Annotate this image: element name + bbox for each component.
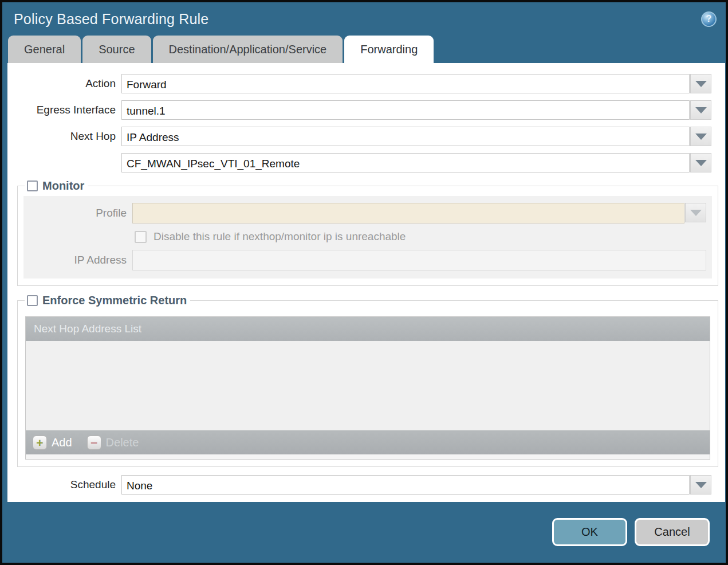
dialog-policy-based-forwarding-rule: Policy Based Forwarding Rule ? General S…	[0, 0, 728, 565]
tab-destination-application-service[interactable]: Destination/Application/Service	[153, 36, 343, 63]
tab-bar: General Source Destination/Application/S…	[2, 36, 726, 63]
egress-interface-label: Egress Interface	[7, 104, 121, 116]
schedule-dropdown-trigger[interactable]	[690, 475, 711, 495]
next-hop-value[interactable]: IP Address	[121, 127, 690, 146]
tab-source[interactable]: Source	[82, 36, 151, 63]
next-hop-address-list-body[interactable]	[26, 341, 710, 430]
monitor-legend: Monitor	[25, 179, 88, 193]
profile-label: Profile	[23, 207, 132, 219]
next-hop-label: Next Hop	[7, 130, 121, 143]
monitor-checkbox[interactable]	[27, 181, 38, 191]
ok-button[interactable]: OK	[552, 518, 627, 546]
disable-rule-row: Disable this rule if nexthop/monitor ip …	[23, 230, 712, 243]
action-combobox[interactable]: Forward	[121, 74, 711, 93]
chevron-down-icon	[695, 107, 707, 113]
minus-icon: −	[87, 435, 101, 450]
monitor-ip-address-row: IP Address	[23, 250, 712, 270]
profile-dropdown-trigger	[685, 203, 706, 222]
next-hop-address-row: CF_MWAN_IPsec_VTI_01_Remote	[7, 153, 725, 172]
cancel-button[interactable]: Cancel	[635, 518, 710, 546]
egress-interface-combobox[interactable]: tunnel.1	[121, 100, 711, 120]
disable-rule-label: Disable this rule if nexthop/monitor ip …	[154, 230, 406, 243]
plus-icon: +	[33, 435, 47, 450]
symmetric-return-checkbox[interactable]	[27, 295, 38, 306]
schedule-row: Schedule None	[7, 475, 725, 495]
profile-combobox	[132, 203, 706, 223]
next-hop-dropdown-trigger[interactable]	[690, 127, 711, 146]
symmetric-return-fieldset: Enforce Symmetric Return Next Hop Addres…	[17, 294, 718, 467]
action-dropdown-trigger[interactable]	[690, 74, 711, 93]
egress-interface-row: Egress Interface tunnel.1	[7, 100, 725, 120]
next-hop-address-list-header[interactable]: Next Hop Address List	[26, 317, 710, 341]
symmetric-return-title: Enforce Symmetric Return	[42, 294, 187, 307]
titlebar: Policy Based Forwarding Rule ?	[2, 2, 726, 36]
schedule-value[interactable]: None	[121, 475, 690, 495]
chevron-down-icon	[695, 160, 707, 166]
monitor-section-body: Profile Disable this rule if nexthop/mon…	[23, 196, 712, 278]
add-button-label: Add	[52, 436, 72, 449]
tab-forwarding[interactable]: Forwarding	[344, 36, 434, 63]
next-hop-address-dropdown-trigger[interactable]	[690, 153, 711, 172]
action-label: Action	[7, 77, 121, 90]
profile-value	[132, 203, 684, 223]
delete-button: − Delete	[87, 435, 139, 450]
chevron-down-icon	[695, 134, 707, 140]
next-hop-address-value[interactable]: CF_MWAN_IPsec_VTI_01_Remote	[121, 153, 690, 172]
schedule-combobox[interactable]: None	[121, 475, 711, 495]
action-row: Action Forward	[7, 74, 725, 93]
disable-rule-checkbox	[135, 231, 147, 243]
grid-toolbar: + Add − Delete	[26, 430, 710, 454]
monitor-ip-address-input	[132, 250, 706, 270]
symmetric-return-legend: Enforce Symmetric Return	[25, 294, 190, 307]
dialog-title: Policy Based Forwarding Rule	[14, 11, 701, 28]
delete-button-label: Delete	[106, 436, 139, 449]
schedule-label: Schedule	[7, 478, 121, 491]
egress-interface-value[interactable]: tunnel.1	[121, 100, 690, 120]
chevron-down-icon	[690, 210, 702, 216]
next-hop-address-list-grid: Next Hop Address List + Add − Delete	[25, 316, 710, 460]
monitor-fieldset: Monitor Profile Disabl	[17, 179, 718, 286]
grid-footer-strip	[26, 454, 710, 459]
next-hop-address-combobox[interactable]: CF_MWAN_IPsec_VTI_01_Remote	[121, 153, 711, 172]
chevron-down-icon	[695, 482, 707, 488]
next-hop-row: Next Hop IP Address	[7, 127, 725, 146]
action-value[interactable]: Forward	[121, 74, 690, 93]
tab-panel-forwarding: Action Forward Egress Interface tunnel.1…	[7, 63, 725, 502]
dialog-footer: OK Cancel	[2, 502, 726, 562]
add-button[interactable]: + Add	[33, 435, 72, 450]
egress-interface-dropdown-trigger[interactable]	[690, 100, 711, 120]
help-icon[interactable]: ?	[701, 11, 717, 27]
chevron-down-icon	[695, 81, 707, 87]
monitor-ip-address-label: IP Address	[23, 254, 132, 266]
tab-general[interactable]: General	[8, 36, 81, 63]
next-hop-combobox[interactable]: IP Address	[121, 127, 711, 146]
monitor-title: Monitor	[42, 179, 84, 193]
profile-row: Profile	[23, 203, 712, 223]
